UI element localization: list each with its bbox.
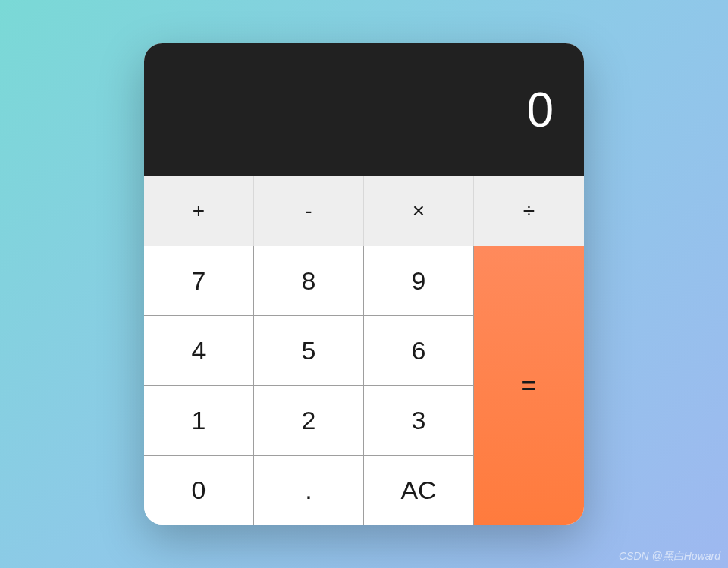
zero-button[interactable]: 0: [144, 455, 254, 525]
display: 0: [144, 43, 584, 176]
six-button[interactable]: 6: [364, 315, 474, 385]
clear-button[interactable]: AC: [364, 455, 474, 525]
five-button[interactable]: 5: [254, 315, 364, 385]
watermark: CSDN @黑白Howard: [619, 550, 720, 563]
subtract-button[interactable]: -: [254, 176, 364, 246]
equals-button[interactable]: =: [474, 246, 584, 525]
seven-button[interactable]: 7: [144, 246, 254, 315]
calculator: 0 + - × ÷ 7 8 9 4 5 6 1 2 3 0 . AC =: [144, 43, 584, 525]
eight-button[interactable]: 8: [254, 246, 364, 315]
divide-button[interactable]: ÷: [474, 176, 584, 246]
add-button[interactable]: +: [144, 176, 254, 246]
display-value: 0: [526, 82, 554, 138]
two-button[interactable]: 2: [254, 385, 364, 455]
keypad: 7 8 9 4 5 6 1 2 3 0 . AC =: [144, 246, 584, 525]
three-button[interactable]: 3: [364, 385, 474, 455]
decimal-button[interactable]: .: [254, 455, 364, 525]
number-grid: 7 8 9 4 5 6 1 2 3 0 . AC: [144, 246, 474, 525]
four-button[interactable]: 4: [144, 315, 254, 385]
nine-button[interactable]: 9: [364, 246, 474, 315]
operator-row: + - × ÷: [144, 176, 584, 246]
multiply-button[interactable]: ×: [364, 176, 474, 246]
one-button[interactable]: 1: [144, 385, 254, 455]
